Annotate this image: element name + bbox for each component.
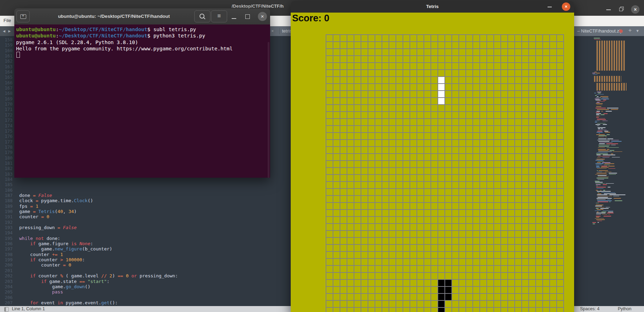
desktop: /Desktop/CTF/NiteCTF/h × File ◀ ▶ × tetr… — [0, 0, 644, 312]
tetris-block — [444, 293, 452, 301]
line-number: 189 — [0, 204, 13, 209]
code-line: game = Tetris(40, 34) — [19, 209, 77, 214]
sublime-minimize-icon[interactable] — [606, 9, 611, 10]
line-number: 158 — [0, 37, 13, 42]
line-number: 200 — [0, 262, 13, 268]
tetris-block — [437, 279, 445, 287]
minimap[interactable] — [592, 37, 631, 261]
tetris-minimize-icon[interactable] — [548, 7, 552, 7]
line-number: 186 — [0, 187, 13, 193]
terminal-scrollbar[interactable] — [268, 42, 269, 178]
line-number: 202 — [0, 273, 13, 278]
menu-file[interactable]: File — [3, 18, 11, 23]
minimap-block — [594, 106, 619, 111]
line-number: 166 — [0, 80, 13, 85]
code-line: if game.figure is None: — [19, 241, 93, 246]
line-number: 169 — [0, 96, 13, 101]
tab-scroll-arrows-icon[interactable]: ◀ ▶ — [0, 26, 15, 36]
line-number: 194 — [0, 230, 13, 235]
line-number: 162 — [0, 58, 13, 64]
line-number: 184 — [0, 177, 13, 182]
code-line: pass — [19, 289, 63, 295]
cursor-position-label[interactable]: Line 1, Column 1 — [12, 306, 45, 311]
line-number: 201 — [0, 268, 13, 273]
minimap-block — [596, 139, 622, 148]
tab-tetris[interactable]: tetris — [282, 28, 292, 34]
code-line: pressing_down = False — [19, 225, 77, 230]
minimap-block — [594, 205, 614, 215]
line-number: 207 — [0, 300, 13, 305]
line-number: 192 — [0, 220, 13, 225]
code-line: game.new_figure(b_counter) — [19, 246, 112, 251]
line-number: 185 — [0, 182, 13, 187]
tab-handout-zip[interactable]: – NiteCTF/handout.zip — [577, 28, 623, 34]
tetris-block — [437, 76, 445, 84]
tab-overflow-icon[interactable]: ▼ — [636, 29, 639, 33]
code-line: counter = 0 — [19, 214, 49, 219]
minimap-block — [596, 127, 615, 138]
tetris-block — [437, 90, 445, 98]
line-number: 176 — [0, 134, 13, 139]
line-number: 163 — [0, 64, 13, 69]
line-number: 168 — [0, 91, 13, 96]
tetris-block — [437, 286, 445, 294]
line-number: 179 — [0, 150, 13, 155]
line-number: 174 — [0, 123, 13, 128]
minimap-block — [596, 190, 627, 204]
tetris-title: Tetris — [291, 4, 574, 9]
minimap-block — [595, 170, 620, 180]
terminal-line: ubuntu@ubuntu:~/Desktop/CTF/NiteCTF/hand… — [16, 26, 196, 33]
line-number: 160 — [0, 48, 13, 53]
terminal-window: + ubuntu@ubuntu: ~/Desktop/CTF/NiteCTF/h… — [14, 8, 270, 178]
sublime-window-title: /Desktop/CTF/NiteCTF/h — [232, 3, 284, 9]
line-number: 182 — [0, 166, 13, 171]
line-number: 206 — [0, 295, 13, 300]
terminal-titlebar[interactable]: + ubuntu@ubuntu: ~/Desktop/CTF/NiteCTF/h… — [14, 8, 270, 25]
indent-setting-label[interactable]: Spaces: 4 — [580, 306, 600, 311]
syntax-label[interactable]: Python — [618, 306, 631, 311]
status-icon[interactable] — [4, 307, 9, 312]
line-number: 187 — [0, 193, 13, 198]
new-tab-button[interactable]: + — [628, 27, 632, 34]
terminal-content[interactable]: ubuntu@ubuntu:~/Desktop/CTF/NiteCTF/hand… — [14, 24, 270, 178]
terminal-close-icon[interactable]: × — [258, 12, 267, 21]
code-line: for event in pygame.event.get(): — [19, 300, 118, 305]
tab-separator — [279, 28, 280, 34]
tetris-grid — [326, 34, 564, 312]
line-number: 171 — [0, 107, 13, 112]
minimap-block — [596, 83, 627, 91]
sublime-close-icon[interactable]: × — [631, 5, 639, 14]
tab-close-icon[interactable]: × — [271, 28, 274, 34]
line-number: 191 — [0, 214, 13, 219]
minimap-block — [592, 38, 605, 40]
line-number: 178 — [0, 144, 13, 150]
code-line: counter += 1 — [19, 252, 63, 257]
terminal-maximize-icon[interactable] — [245, 14, 250, 19]
terminal-minimize-icon[interactable] — [232, 18, 236, 19]
terminal-cursor — [16, 52, 20, 58]
tetris-block — [437, 83, 445, 91]
tetris-close-icon[interactable]: × — [562, 2, 570, 11]
terminal-search-button[interactable] — [194, 10, 210, 22]
line-number: 205 — [0, 289, 13, 295]
code-line: if counter > 100000: — [19, 257, 85, 262]
line-number: 164 — [0, 69, 13, 75]
line-number: 199 — [0, 257, 13, 262]
terminal-new-tab-button[interactable]: + — [16, 10, 30, 22]
terminal-menu-button[interactable]: ≡ — [211, 10, 227, 22]
tetris-block — [444, 286, 452, 294]
code-line: while not done: — [19, 236, 60, 241]
line-number: 195 — [0, 236, 13, 241]
tetris-titlebar[interactable]: Tetris × — [291, 1, 574, 13]
minimap-block — [594, 92, 609, 106]
minimap-block — [594, 76, 621, 82]
tetris-block — [437, 300, 445, 308]
line-number: 165 — [0, 75, 13, 80]
minimap-block — [594, 216, 612, 222]
score-label: Score: 0 — [292, 13, 330, 24]
sublime-restore-icon[interactable] — [619, 7, 624, 11]
line-number: 175 — [0, 128, 13, 134]
line-number: 170 — [0, 101, 13, 107]
minimap-block — [594, 181, 615, 189]
line-number: 198 — [0, 252, 13, 257]
